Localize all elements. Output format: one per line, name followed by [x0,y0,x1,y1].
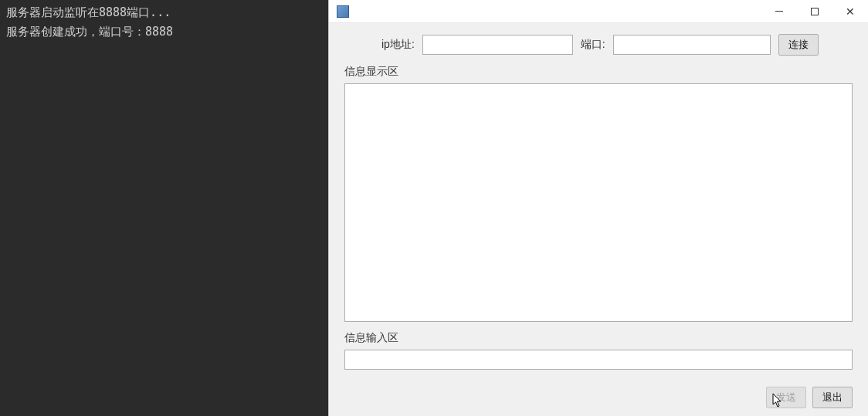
server-console: 服务器启动监听在8888端口... 服务器创建成功，端口号：8888 [0,0,328,416]
titlebar: ✕ [329,0,868,23]
app-icon [337,5,349,18]
footer-row: 发送 退出 [344,379,853,408]
message-input[interactable] [344,350,853,370]
maximize-icon [811,8,819,15]
send-button[interactable]: 发送 [766,387,806,408]
client-window: ✕ ip地址: 端口: 连接 信息显示区 信息输入区 发送 退出 [328,0,868,416]
close-button[interactable]: ✕ [832,0,868,23]
connect-row: ip地址: 端口: 连接 [344,34,853,56]
input-label: 信息输入区 [344,331,853,345]
console-line: 服务器启动监听在8888端口... [6,3,322,22]
message-display[interactable] [344,83,853,322]
titlebar-controls: ✕ [761,0,868,23]
display-section: 信息显示区 [344,65,853,322]
maximize-button[interactable] [797,0,832,23]
port-input[interactable] [613,35,771,55]
minimize-icon [775,11,783,12]
console-line: 服务器创建成功，端口号：8888 [6,22,322,42]
display-label: 信息显示区 [344,65,853,79]
content-area: ip地址: 端口: 连接 信息显示区 信息输入区 发送 退出 [329,23,868,416]
input-section: 信息输入区 [344,331,853,370]
close-icon: ✕ [846,6,855,17]
minimize-button[interactable] [761,0,797,23]
port-label: 端口: [581,38,605,52]
ip-input[interactable] [422,35,573,55]
ip-label: ip地址: [381,38,415,52]
connect-button[interactable]: 连接 [778,34,819,56]
exit-button[interactable]: 退出 [812,387,853,408]
